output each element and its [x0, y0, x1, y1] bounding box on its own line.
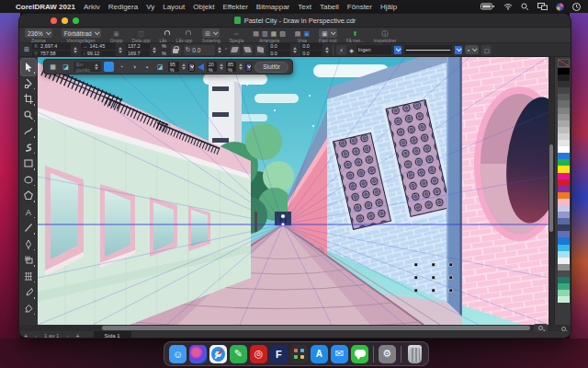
palette-swatch[interactable] [558, 159, 570, 166]
palette-swatch[interactable] [558, 199, 570, 205]
ellipse-tool[interactable] [21, 172, 36, 189]
window-titlebar[interactable]: Pastel City - Draw in Perspective.cdr [19, 14, 571, 28]
perspective-eraser-button[interactable]: ◪ [61, 62, 71, 72]
value2-stepper[interactable] [220, 63, 223, 70]
control-center-icon[interactable] [556, 3, 564, 11]
extra-x-field[interactable]: 0.0 [300, 43, 322, 50]
arrange-front-icon[interactable]: ▤ [253, 29, 259, 38]
position-stepper[interactable] [74, 47, 78, 53]
palette-swatch[interactable] [558, 218, 570, 224]
y-position-field[interactable]: Y:757.58 [32, 51, 71, 57]
vanishing-point-handle[interactable] [281, 223, 285, 226]
menu-redigera[interactable]: Redigera [108, 3, 138, 11]
palette-swatch[interactable] [558, 192, 570, 199]
line-color-swatch[interactable] [245, 63, 252, 72]
palette-swatch[interactable] [558, 114, 570, 121]
arrange-forward-icon[interactable]: ▦ [271, 29, 277, 38]
palette-swatch[interactable] [558, 251, 570, 258]
freehand-tool[interactable] [21, 123, 36, 140]
palette-swatch[interactable] [558, 75, 570, 81]
palette-swatch[interactable] [558, 296, 570, 303]
show-page-icon[interactable]: ▣ [303, 29, 310, 38]
arrow-style-dropdown[interactable]: ▪ [465, 45, 479, 54]
snap-dropdown[interactable]: ▣ [319, 29, 337, 38]
menu-bitmappar[interactable]: Bitmappar [256, 3, 289, 11]
add-page-button-2[interactable]: + [71, 333, 84, 339]
value3-field[interactable]: 85 % [226, 62, 236, 72]
pick-tool[interactable] [21, 59, 36, 75]
palette-swatch[interactable] [558, 68, 570, 75]
x-position-field[interactable]: X:2,697.4 [32, 43, 71, 50]
palette-swatch[interactable] [558, 87, 570, 94]
eyedropper-tool[interactable] [21, 284, 36, 301]
grid-color-swatch[interactable] [188, 63, 195, 72]
vertical-scrollbar-thumb[interactable] [549, 144, 553, 232]
close-button[interactable] [51, 17, 57, 24]
zoom-level-dropdown[interactable]: 236% [25, 29, 52, 38]
clock-icon[interactable] [572, 3, 581, 11]
palette-swatch[interactable] [558, 258, 570, 264]
menu-vy[interactable]: Vy [146, 3, 154, 11]
size-stepper[interactable] [119, 47, 123, 53]
get-more-icon[interactable]: ⬆ [353, 29, 358, 38]
dock-siri[interactable] [189, 345, 207, 363]
rotation-stepper[interactable] [218, 47, 222, 53]
palette-swatch[interactable] [558, 224, 570, 231]
fill-tool[interactable] [21, 301, 36, 317]
height-field[interactable]: ↕99.12 [81, 51, 116, 57]
dock-trash[interactable] [408, 345, 422, 363]
eraser2-button[interactable]: ◪ [155, 62, 165, 72]
extra-y-field[interactable]: 0.0 [300, 51, 322, 57]
dock-app-store[interactable]: A [311, 345, 328, 363]
menu-tabell[interactable]: Tabell [320, 3, 339, 11]
wifi-icon[interactable] [503, 3, 513, 10]
crop-tool[interactable] [21, 91, 36, 108]
palette-swatch[interactable] [558, 212, 570, 218]
perspective-preset-dropdown[interactable]: En punkt [74, 62, 101, 72]
skew-y-field[interactable]: 0.0 [268, 51, 290, 57]
palette-swatch[interactable] [558, 283, 570, 290]
extra-stepper[interactable] [325, 47, 330, 53]
value2-field[interactable]: 20 % [207, 62, 217, 72]
menu-fonster[interactable]: Fönster [347, 3, 372, 11]
preset-stepper[interactable] [95, 63, 98, 70]
palette-swatch[interactable] [558, 166, 570, 172]
menu-arkiv[interactable]: Arkiv [84, 3, 100, 11]
palette-swatch[interactable] [558, 121, 570, 127]
dock-corel-capture[interactable]: ◎ [250, 345, 267, 363]
scale-x-field[interactable]: 137.2 [126, 43, 150, 50]
minimize-button[interactable] [62, 17, 68, 24]
palette-swatch[interactable] [558, 133, 570, 140]
palette-swatch[interactable] [558, 237, 570, 244]
mirror-both-button[interactable] [255, 45, 266, 55]
dock-mail[interactable]: ✉ [331, 345, 348, 363]
dock-finder[interactable]: ☺ [169, 345, 187, 363]
dock-coreldraw[interactable]: ✎ [230, 345, 247, 363]
value3-stepper[interactable] [239, 63, 243, 70]
ungroup-icon[interactable]: ◫ [138, 29, 144, 38]
pen-tool[interactable] [21, 236, 36, 253]
plane-toggle-button[interactable]: ◑ [130, 62, 140, 72]
inspectors-icon[interactable]: ⓘ [381, 29, 388, 38]
quick-effect-button[interactable]: ⚡ [336, 45, 346, 55]
palette-swatch[interactable] [558, 153, 570, 159]
corner-style-button[interactable]: ▢ [481, 45, 492, 55]
align-dropdown[interactable]: ⊞ [202, 29, 220, 38]
scale-stepper[interactable] [153, 47, 157, 53]
skew-x-field[interactable]: 0.0 [268, 43, 290, 50]
dock-font-manager[interactable]: F [270, 345, 288, 363]
menu-hjalp[interactable]: Hjälp [380, 3, 397, 11]
app-menu-title[interactable]: CorelDRAW 2021 [16, 3, 75, 11]
palette-swatch[interactable] [558, 100, 570, 107]
palette-swatch[interactable] [558, 270, 570, 277]
palette-swatch[interactable] [558, 264, 570, 270]
palette-swatch[interactable] [558, 140, 570, 146]
perspective-grid-button[interactable]: ▦ [48, 62, 58, 72]
mirror-vertical-button[interactable] [243, 45, 253, 55]
group-icon[interactable]: ▣ [113, 29, 119, 38]
page-tab[interactable]: Sida 1 [94, 331, 131, 339]
opacity-field[interactable]: 95 % [168, 62, 179, 72]
line-tool[interactable] [21, 220, 36, 236]
palette-swatch[interactable] [558, 179, 570, 186]
palette-swatch[interactable] [558, 108, 570, 114]
